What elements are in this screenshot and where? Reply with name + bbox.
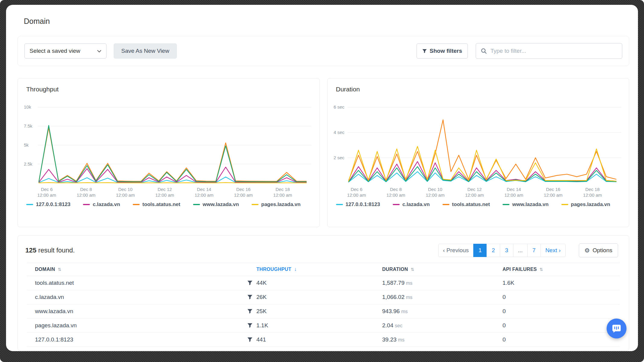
legend-item[interactable]: pages.lazada.vn — [561, 202, 610, 208]
throughput-chart[interactable]: 2.5k5k7.5k10kDec 612:00 amDec 812:00 amD… — [24, 98, 313, 197]
column-header-throughput[interactable]: THROUGHPUT↓ — [247, 266, 382, 272]
table-header-row: DOMAIN⇅THROUGHPUT↓DURATION⇅API FAILURES⇅ — [27, 263, 620, 276]
api-failures-cell: 0 — [503, 336, 620, 343]
pagination-previous[interactable]: ‹ Previous — [438, 244, 474, 257]
svg-text:Dec 12: Dec 12 — [467, 187, 481, 192]
column-label: DOMAIN — [35, 267, 55, 272]
domain-cell[interactable]: c.lazada.vn — [27, 294, 247, 300]
throughput-value: 1.1K — [256, 322, 268, 329]
legend-item[interactable]: tools.atatus.net — [133, 202, 180, 208]
saved-view-select[interactable]: Select a saved view — [24, 43, 106, 59]
column-label: API FAILURES — [503, 267, 537, 272]
duration-unit: ms — [406, 295, 412, 300]
duration-cell: 943.96ms — [382, 308, 503, 315]
svg-text:12:00 am: 12:00 am — [544, 192, 562, 197]
sort-icon: ⇅ — [411, 267, 414, 272]
legend-swatch-icon — [26, 204, 33, 205]
throughput-legend: 127.0.0.1:8123c.lazada.vntools.atatus.ne… — [26, 202, 304, 208]
legend-item[interactable]: pages.lazada.vn — [252, 202, 300, 208]
duration-value: 1,066.02 — [382, 294, 404, 300]
charts-row: Throughput 2.5k5k7.5k10kDec 612:00 amDec… — [17, 78, 629, 227]
throughput-cell: 441 — [247, 336, 382, 343]
legend-label: www.lazada.vn — [512, 202, 548, 208]
throughput-cell: 25K — [247, 308, 382, 315]
row-filter-funnel-icon[interactable] — [247, 309, 252, 314]
legend-swatch-icon — [336, 204, 343, 205]
pagination-ellipsis: ... — [513, 244, 528, 257]
svg-text:2.5k: 2.5k — [24, 161, 33, 167]
filter-input[interactable] — [490, 48, 617, 54]
gear-icon: ⚙ — [585, 247, 590, 253]
legend-swatch-icon — [443, 204, 449, 205]
legend-item[interactable]: www.lazada.vn — [503, 202, 548, 208]
legend-label: 127.0.0.1:8123 — [346, 202, 380, 208]
pagination-page-7[interactable]: 7 — [527, 244, 541, 257]
duration-value: 39.23 — [382, 336, 397, 343]
saved-view-select-label: Select a saved view — [30, 48, 80, 54]
legend-item[interactable]: c.lazada.vn — [83, 202, 120, 208]
duration-cell: 1,587.79ms — [382, 280, 503, 286]
svg-text:Dec 18: Dec 18 — [585, 187, 599, 192]
pagination-next[interactable]: Next › — [541, 244, 566, 257]
legend-item[interactable]: 127.0.0.1:8123 — [336, 202, 380, 208]
legend-label: 127.0.0.1:8123 — [36, 202, 70, 208]
results-bar: 125 result found. ‹ Previous123...7Next … — [18, 236, 629, 263]
domain-cell[interactable]: pages.lazada.vn — [27, 322, 247, 329]
duration-cell: 1,066.02ms — [382, 294, 503, 300]
result-count: 125 result found. — [25, 246, 75, 254]
pagination-page-1[interactable]: 1 — [473, 244, 487, 257]
svg-text:12:00 am: 12:00 am — [37, 192, 56, 197]
options-label: Options — [593, 247, 612, 254]
svg-text:12:00 am: 12:00 am — [386, 192, 405, 197]
legend-swatch-icon — [561, 204, 568, 205]
domain-cell[interactable]: tools.atatus.net — [27, 280, 247, 286]
domain-cell[interactable]: www.lazada.vn — [27, 308, 247, 315]
throughput-cell: 44K — [247, 280, 382, 286]
throughput-value: 26K — [256, 294, 267, 300]
options-button[interactable]: ⚙ Options — [579, 243, 618, 257]
duration-chart[interactable]: 2 sec4 sec6 secDec 612:00 amDec 812:00 a… — [334, 98, 623, 197]
chat-icon — [612, 324, 621, 333]
throughput-value: 441 — [256, 336, 266, 343]
legend-label: tools.atatus.net — [142, 202, 180, 208]
domain-cell[interactable]: 127.0.0.1:8123 — [27, 336, 247, 343]
duration-legend: 127.0.0.1:8123c.lazada.vntools.atatus.ne… — [336, 202, 614, 208]
column-label: DURATION — [382, 267, 408, 272]
legend-item[interactable]: c.lazada.vn — [393, 202, 430, 208]
row-filter-funnel-icon[interactable] — [247, 337, 252, 342]
svg-text:Dec 14: Dec 14 — [506, 187, 521, 192]
column-header-domain[interactable]: DOMAIN⇅ — [27, 267, 247, 272]
save-as-new-view-button[interactable]: Save As New View — [114, 43, 177, 59]
column-header-duration[interactable]: DURATION⇅ — [382, 267, 503, 272]
column-header-api-failures[interactable]: API FAILURES⇅ — [503, 267, 620, 272]
legend-item[interactable]: 127.0.0.1:8123 — [26, 202, 70, 208]
table-row: 127.0.0.1:812344139.23ms0 — [27, 333, 620, 347]
row-filter-funnel-icon[interactable] — [247, 295, 252, 300]
svg-text:7.5k: 7.5k — [24, 123, 33, 129]
legend-item[interactable]: www.lazada.vn — [193, 202, 239, 208]
chat-button[interactable] — [607, 319, 627, 338]
row-filter-funnel-icon[interactable] — [247, 281, 252, 285]
duration-unit: ms — [406, 281, 412, 286]
window-frame: Domain Select a saved view Save As New V… — [0, 0, 644, 362]
throughput-cell: 1.1K — [247, 322, 382, 329]
api-failures-cell: 0 — [503, 308, 620, 315]
pagination-page-3[interactable]: 3 — [500, 244, 513, 257]
legend-item[interactable]: tools.atatus.net — [443, 202, 490, 208]
svg-text:12:00 am: 12:00 am — [504, 192, 523, 197]
duration-chart-card: Duration 2 sec4 sec6 secDec 612:00 amDec… — [327, 78, 630, 227]
api-failures-cell: 1.6K — [503, 280, 620, 286]
sort-icon: ⇅ — [58, 267, 62, 272]
duration-cell: 39.23ms — [382, 336, 503, 343]
pagination: ‹ Previous123...7Next › — [438, 244, 566, 257]
svg-text:12:00 am: 12:00 am — [273, 192, 292, 197]
row-filter-funnel-icon[interactable] — [247, 323, 252, 328]
legend-swatch-icon — [133, 204, 140, 205]
pagination-page-2[interactable]: 2 — [487, 244, 500, 257]
show-filters-button[interactable]: Show filters — [417, 43, 468, 59]
svg-text:Dec 8: Dec 8 — [390, 187, 401, 192]
legend-swatch-icon — [252, 204, 259, 205]
svg-text:Dec 16: Dec 16 — [546, 187, 560, 192]
svg-text:12:00 am: 12:00 am — [426, 192, 444, 197]
chevron-down-icon — [97, 50, 101, 52]
